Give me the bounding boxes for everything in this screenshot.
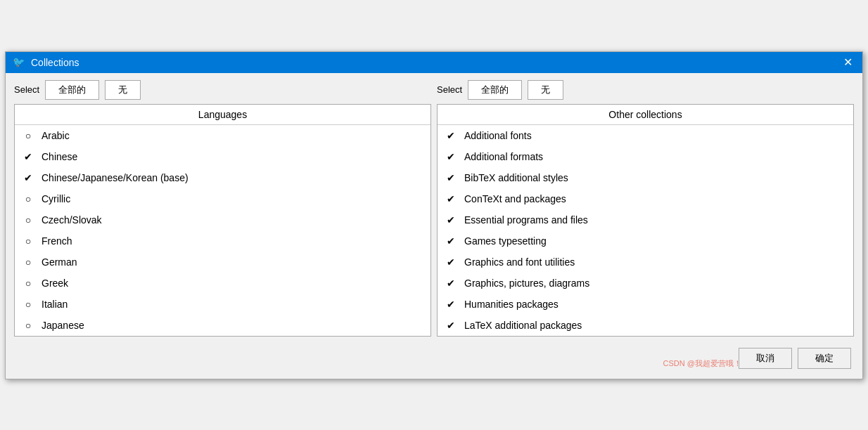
list-item[interactable]: ✔Additional fonts bbox=[438, 125, 853, 146]
list-item[interactable]: ✔Additional formats bbox=[438, 146, 853, 167]
cancel-button[interactable]: 取消 bbox=[739, 348, 792, 369]
item-label: Essential programs and files bbox=[464, 214, 588, 226]
list-item[interactable]: ✔Humanities packages bbox=[438, 294, 853, 315]
list-item[interactable]: ✔ConTeXt and packages bbox=[438, 188, 853, 209]
footer: CSDN @我超爱营哦！ 取消 确定 bbox=[14, 342, 854, 372]
other-all-button[interactable]: 全部的 bbox=[468, 80, 522, 100]
item-label: Cyrillic bbox=[42, 193, 70, 204]
languages-toolbar: Select 全部的 无 bbox=[14, 80, 431, 100]
item-label: Chinese/Japanese/Korean (base) bbox=[42, 172, 189, 183]
item-checkbox: ✔ bbox=[22, 151, 34, 162]
item-label: Graphics and font utilities bbox=[464, 256, 575, 268]
item-checkbox: ✔ bbox=[445, 320, 457, 331]
item-checkbox: ○ bbox=[22, 320, 34, 331]
close-button[interactable]: ✕ bbox=[841, 57, 855, 68]
item-label: ConTeXt and packages bbox=[464, 193, 566, 204]
item-checkbox: ✔ bbox=[22, 172, 34, 183]
languages-list-header: Languages bbox=[15, 105, 430, 125]
languages-none-button[interactable]: 无 bbox=[105, 80, 141, 100]
title-bar: 🐦 Collections ✕ bbox=[6, 52, 862, 73]
other-none-button[interactable]: 无 bbox=[528, 80, 563, 100]
confirm-button[interactable]: 确定 bbox=[798, 348, 851, 369]
item-checkbox: ✔ bbox=[445, 256, 457, 268]
item-checkbox: ✔ bbox=[445, 299, 457, 310]
item-label: German bbox=[42, 256, 77, 268]
list-item[interactable]: ✔Essential programs and files bbox=[438, 209, 853, 230]
other-list-scroll[interactable]: ✔Additional fonts✔Additional formats✔Bib… bbox=[438, 125, 853, 336]
item-checkbox: ○ bbox=[22, 130, 34, 141]
watermark: CSDN @我超爱营哦！ bbox=[663, 358, 741, 369]
other-select-label: Select bbox=[437, 84, 462, 95]
item-checkbox: ○ bbox=[22, 256, 34, 268]
list-item[interactable]: ✔Games typesetting bbox=[438, 230, 853, 252]
item-label: Italian bbox=[42, 299, 68, 310]
list-item[interactable]: ○Japanese bbox=[15, 315, 430, 336]
item-label: Additional formats bbox=[464, 151, 543, 162]
item-checkbox: ✔ bbox=[445, 235, 457, 247]
list-item[interactable]: ○Italian bbox=[15, 294, 430, 315]
list-item[interactable]: ✔BibTeX additional styles bbox=[438, 167, 853, 188]
item-checkbox: ✔ bbox=[445, 278, 457, 289]
item-label: Chinese bbox=[42, 151, 77, 162]
item-checkbox: ✔ bbox=[445, 172, 457, 183]
list-item[interactable]: ○German bbox=[15, 252, 430, 273]
list-item[interactable]: ○French bbox=[15, 230, 430, 252]
list-item[interactable]: ✔Graphics and font utilities bbox=[438, 252, 853, 273]
list-item[interactable]: ✔Chinese bbox=[15, 146, 430, 167]
item-checkbox: ○ bbox=[22, 299, 34, 310]
other-toolbar: Select 全部的 无 bbox=[437, 80, 854, 100]
languages-select-label: Select bbox=[14, 84, 39, 95]
item-label: Games typesetting bbox=[464, 235, 547, 247]
item-label: BibTeX additional styles bbox=[464, 172, 568, 183]
other-list-header: Other collections bbox=[438, 105, 853, 125]
item-checkbox: ✔ bbox=[445, 193, 457, 204]
main-content: Select 全部的 无 Languages ○Arabic✔Chinese✔C… bbox=[6, 73, 862, 379]
list-item[interactable]: ✔LaTeX additional packages bbox=[438, 315, 853, 336]
item-label: Additional fonts bbox=[464, 130, 532, 141]
item-label: French bbox=[42, 235, 72, 247]
languages-list-container: Languages ○Arabic✔Chinese✔Chinese/Japane… bbox=[14, 104, 431, 337]
list-item[interactable]: ○Czech/Slovak bbox=[15, 209, 430, 230]
list-item[interactable]: ○Cyrillic bbox=[15, 188, 430, 209]
list-item[interactable]: ✔Graphics, pictures, diagrams bbox=[438, 273, 853, 294]
languages-panel: Select 全部的 无 Languages ○Arabic✔Chinese✔C… bbox=[14, 80, 431, 337]
title-bar-left: 🐦 Collections bbox=[13, 56, 79, 69]
item-checkbox: ○ bbox=[22, 235, 34, 247]
item-checkbox: ✔ bbox=[445, 130, 457, 141]
collections-window: 🐦 Collections ✕ Select 全部的 无 Languages ○… bbox=[5, 51, 863, 379]
other-collections-panel: Select 全部的 无 Other collections ✔Addition… bbox=[437, 80, 854, 337]
item-label: Czech/Slovak bbox=[42, 214, 102, 226]
panels-row: Select 全部的 无 Languages ○Arabic✔Chinese✔C… bbox=[14, 80, 854, 337]
item-checkbox: ✔ bbox=[445, 214, 457, 226]
list-item[interactable]: ○Arabic bbox=[15, 125, 430, 146]
item-label: Graphics, pictures, diagrams bbox=[464, 278, 589, 289]
window-title: Collections bbox=[31, 57, 79, 68]
item-label: Arabic bbox=[42, 130, 70, 141]
app-icon: 🐦 bbox=[13, 56, 25, 69]
languages-all-button[interactable]: 全部的 bbox=[45, 80, 99, 100]
list-item[interactable]: ○Greek bbox=[15, 273, 430, 294]
other-list-container: Other collections ✔Additional fonts✔Addi… bbox=[437, 104, 854, 337]
item-checkbox: ○ bbox=[22, 214, 34, 226]
item-label: Greek bbox=[42, 278, 68, 289]
languages-list-scroll[interactable]: ○Arabic✔Chinese✔Chinese/Japanese/Korean … bbox=[15, 125, 430, 336]
item-label: Humanities packages bbox=[464, 299, 559, 310]
item-label: Japanese bbox=[42, 320, 84, 331]
item-checkbox: ○ bbox=[22, 193, 34, 204]
item-checkbox: ✔ bbox=[445, 151, 457, 162]
list-item[interactable]: ✔Chinese/Japanese/Korean (base) bbox=[15, 167, 430, 188]
item-label: LaTeX additional packages bbox=[464, 320, 582, 331]
item-checkbox: ○ bbox=[22, 278, 34, 289]
